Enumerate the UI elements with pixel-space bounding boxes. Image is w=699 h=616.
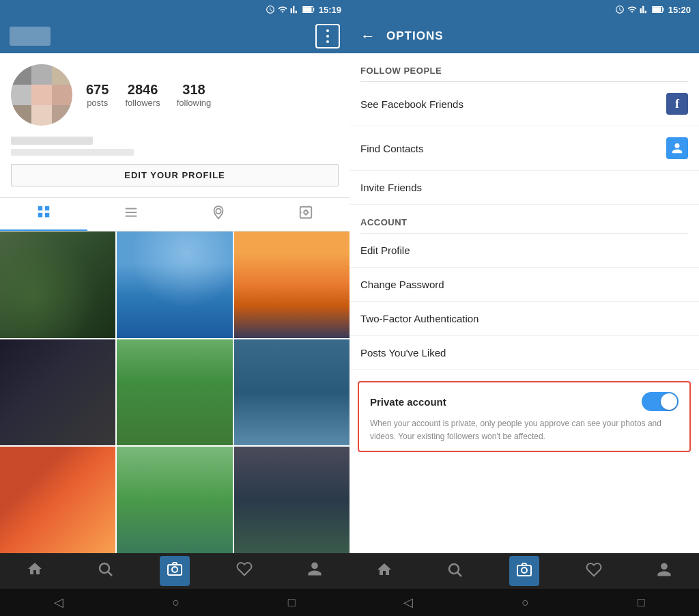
signal-icon-right — [640, 5, 649, 14]
posts-count: 675 — [86, 82, 109, 98]
invite-friends-row[interactable]: Invite Friends — [350, 171, 699, 205]
alarm-icon-right — [615, 5, 625, 14]
svg-rect-2 — [303, 7, 312, 12]
svg-point-5 — [304, 210, 308, 214]
see-facebook-friends-row[interactable]: See Facebook Friends f — [350, 82, 699, 126]
two-factor-row[interactable]: Two-Factor Authentication — [350, 302, 699, 336]
two-factor-label: Two-Factor Authentication — [360, 313, 479, 324]
photo-cell-4[interactable] — [0, 339, 115, 446]
svg-rect-4 — [300, 207, 312, 219]
home-icon-right — [376, 561, 393, 580]
edit-profile-button[interactable]: EDIT YOUR PROFILE — [11, 164, 339, 186]
three-dots-button[interactable] — [315, 24, 340, 48]
bottom-nav-left — [0, 553, 350, 589]
change-password-label: Change Password — [360, 279, 444, 290]
svg-point-3 — [216, 209, 220, 214]
nav-search-left[interactable] — [90, 556, 120, 586]
battery-icon — [302, 5, 315, 14]
tab-tagged[interactable] — [262, 198, 350, 231]
private-account-description: When your account is private, only peopl… — [370, 419, 661, 441]
username-block — [11, 137, 339, 156]
tab-grid[interactable] — [0, 198, 87, 231]
photo-cell-5[interactable] — [117, 339, 232, 446]
camera-icon-left — [167, 561, 183, 581]
back-button-options[interactable]: ← — [360, 27, 375, 45]
posts-liked-row[interactable]: Posts You've Liked — [350, 336, 699, 370]
following-stat[interactable]: 318 following — [177, 82, 212, 108]
location-icon — [211, 205, 226, 224]
status-bar-right: 15:20 — [350, 0, 699, 19]
camera-icon-right — [516, 561, 532, 580]
followers-stat[interactable]: 2846 followers — [125, 82, 160, 108]
photo-cell-2[interactable] — [117, 232, 232, 338]
home-button-left[interactable]: ○ — [172, 596, 180, 610]
instagram-logo — [10, 27, 51, 46]
back-button-left[interactable]: ◁ — [54, 595, 63, 610]
options-title: OPTIONS — [386, 29, 444, 43]
photo-cell-3[interactable] — [234, 232, 350, 338]
nav-profile-left[interactable] — [300, 556, 330, 586]
status-bar-left: 15:19 — [0, 0, 350, 19]
account-header: ACCOUNT — [350, 205, 699, 233]
recent-button-left[interactable]: □ — [288, 596, 296, 610]
private-account-row: Private account — [370, 392, 679, 411]
facebook-icon: f — [666, 93, 688, 115]
nav-camera-left[interactable] — [160, 556, 190, 586]
photo-cell-8[interactable] — [117, 447, 232, 553]
heart-icon-left — [236, 561, 253, 581]
edit-profile-label: Edit Profile — [360, 244, 410, 256]
list-icon — [124, 205, 139, 224]
nav-heart-right[interactable] — [579, 556, 609, 586]
photo-cell-9[interactable] — [234, 447, 350, 553]
profile-section: 675 posts 2846 followers 318 following E… — [0, 53, 350, 197]
wifi-icon-right — [627, 5, 637, 14]
bottom-nav-right — [350, 553, 699, 589]
posts-stat: 675 posts — [86, 82, 109, 108]
photo-cell-7[interactable] — [0, 447, 115, 553]
system-bar-right: ◁ ○ □ — [350, 589, 699, 616]
nav-search-right[interactable] — [440, 556, 470, 586]
tab-bar — [0, 197, 350, 232]
nav-home-right[interactable] — [369, 556, 399, 586]
photo-cell-6[interactable] — [234, 339, 350, 446]
heart-icon-right — [586, 561, 602, 580]
svg-rect-11 — [663, 8, 664, 12]
home-button-right[interactable]: ○ — [522, 596, 529, 610]
left-panel: 15:19 — [0, 0, 350, 616]
change-password-row[interactable]: Change Password — [350, 268, 699, 302]
private-account-section: Private account When your account is pri… — [358, 381, 691, 452]
nav-heart-left[interactable] — [229, 556, 259, 586]
options-content: FOLLOW PEOPLE See Facebook Friends f Fin… — [350, 53, 699, 553]
person-icon — [671, 142, 683, 154]
see-facebook-friends-label: See Facebook Friends — [360, 98, 463, 110]
photo-cell-1[interactable] — [0, 232, 115, 338]
avatar — [11, 64, 72, 126]
following-count: 318 — [182, 82, 205, 98]
profile-icon-right — [656, 561, 672, 580]
search-icon-left — [97, 561, 113, 581]
nav-home-left[interactable] — [20, 556, 50, 586]
nav-profile-right[interactable] — [649, 556, 679, 586]
recent-button-right[interactable]: □ — [638, 596, 645, 610]
svg-point-9 — [172, 567, 177, 572]
tagged-icon — [298, 205, 313, 224]
time-left: 15:19 — [319, 5, 341, 15]
time-right: 15:20 — [668, 5, 691, 15]
back-button-right[interactable]: ◁ — [403, 595, 413, 610]
battery-icon-right — [652, 5, 664, 14]
nav-camera-right[interactable] — [509, 556, 539, 586]
wifi-icon — [278, 5, 287, 14]
followers-label: followers — [125, 98, 160, 108]
svg-point-16 — [522, 568, 527, 573]
svg-point-13 — [449, 564, 459, 574]
svg-line-14 — [457, 573, 461, 577]
top-bar-left — [0, 19, 350, 53]
tab-location[interactable] — [175, 198, 262, 231]
posts-label: posts — [87, 98, 108, 108]
tab-list[interactable] — [87, 198, 175, 231]
private-account-toggle[interactable] — [642, 392, 679, 411]
edit-profile-row[interactable]: Edit Profile — [350, 234, 699, 268]
svg-rect-1 — [313, 8, 315, 12]
home-icon-left — [27, 561, 43, 581]
find-contacts-row[interactable]: Find Contacts — [350, 126, 699, 171]
